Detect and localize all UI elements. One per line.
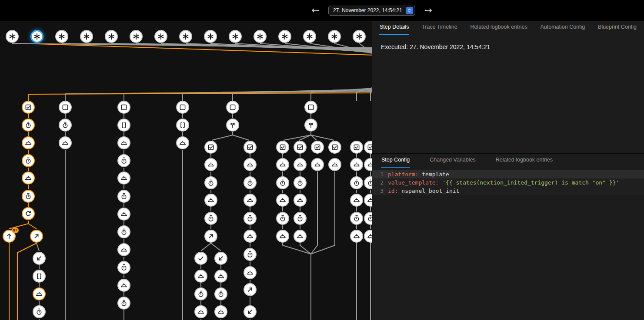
node-dome[interactable] xyxy=(244,194,257,207)
node-square[interactable] xyxy=(117,101,130,114)
tab-related-logbook-entries[interactable]: Related logbook entries xyxy=(495,157,553,168)
node-timer[interactable] xyxy=(244,212,257,225)
node-trigger[interactable] xyxy=(179,30,192,43)
node-timer[interactable] xyxy=(117,225,130,238)
node-timer[interactable] xyxy=(276,212,289,225)
node-arrow-ne[interactable] xyxy=(204,230,217,243)
node-check[interactable] xyxy=(350,141,363,154)
node-trigger[interactable] xyxy=(278,30,291,43)
node-brackets[interactable] xyxy=(33,270,46,283)
node-timer[interactable] xyxy=(204,176,217,189)
node-timer[interactable] xyxy=(244,176,257,189)
node-trigger[interactable] xyxy=(154,30,167,43)
node-dome[interactable] xyxy=(276,194,289,207)
node-arrow-sw[interactable] xyxy=(214,252,227,265)
node-dome[interactable] xyxy=(350,158,363,171)
tab-automation-config[interactable]: Automation Config xyxy=(540,24,585,35)
node-dome[interactable] xyxy=(33,287,46,300)
node-arrow-ne[interactable] xyxy=(244,283,257,296)
node-trigger[interactable] xyxy=(30,30,43,43)
node-timer[interactable] xyxy=(244,248,257,261)
node-dome[interactable] xyxy=(214,305,227,318)
node-dome[interactable] xyxy=(117,208,130,221)
tab-step-details[interactable]: Step Details xyxy=(379,24,409,35)
node-trigger[interactable] xyxy=(229,30,242,43)
node-check[interactable] xyxy=(328,141,341,154)
node-timer[interactable] xyxy=(214,287,227,300)
node-dome[interactable] xyxy=(194,305,207,318)
node-timer[interactable] xyxy=(204,212,217,225)
code-editor[interactable]: 1platform: template2value_template: '{{ … xyxy=(372,170,644,195)
node-timer[interactable] xyxy=(294,176,307,189)
node-dome[interactable] xyxy=(176,136,189,149)
node-check[interactable] xyxy=(311,141,324,154)
node-timer[interactable] xyxy=(117,297,130,310)
tab-related-logbook-entries[interactable]: Related logbook entries xyxy=(470,24,527,35)
node-timer[interactable] xyxy=(22,119,35,132)
node-dome[interactable] xyxy=(117,172,130,185)
node-dome[interactable] xyxy=(350,230,363,243)
node-dome[interactable] xyxy=(117,136,130,149)
node-square[interactable] xyxy=(176,101,189,114)
node-dome[interactable] xyxy=(22,172,35,185)
node-timer[interactable] xyxy=(117,190,130,203)
tab-trace-timeline[interactable]: Trace Timeline xyxy=(421,24,458,35)
node-dome[interactable] xyxy=(214,270,227,283)
node-trigger[interactable] xyxy=(130,30,143,43)
node-timer[interactable] xyxy=(117,261,130,274)
node-dome[interactable] xyxy=(59,136,72,149)
node-timer[interactable] xyxy=(194,287,207,300)
node-trigger[interactable] xyxy=(303,30,316,43)
node-decision[interactable] xyxy=(304,119,317,132)
node-trigger[interactable] xyxy=(254,30,267,43)
node-timer[interactable] xyxy=(59,119,72,132)
node-check[interactable] xyxy=(22,101,35,114)
node-check[interactable] xyxy=(244,141,257,154)
node-arrow-ne[interactable] xyxy=(30,230,43,243)
node-dome[interactable] xyxy=(244,158,257,171)
node-timer[interactable] xyxy=(33,305,46,318)
node-dome[interactable] xyxy=(117,279,130,292)
node-check[interactable] xyxy=(276,141,289,154)
node-arrow-sw[interactable] xyxy=(244,305,257,318)
node-trigger[interactable] xyxy=(6,30,19,43)
node-dome[interactable] xyxy=(244,230,257,243)
node-arrow-sw[interactable] xyxy=(33,252,46,265)
node-dome[interactable] xyxy=(294,194,307,207)
node-timer[interactable] xyxy=(294,212,307,225)
tab-step-config[interactable]: Step Config xyxy=(381,157,410,168)
node-brackets[interactable] xyxy=(117,119,130,132)
node-square[interactable] xyxy=(304,101,317,114)
node-dome[interactable] xyxy=(328,158,341,171)
node-dome[interactable] xyxy=(311,158,324,171)
node-timer[interactable] xyxy=(276,176,289,189)
node-trigger[interactable] xyxy=(105,30,118,43)
node-trigger[interactable] xyxy=(328,30,341,43)
tab-changed-variables[interactable]: Changed Variables xyxy=(429,157,476,168)
node-arrow-up[interactable]: 9+ xyxy=(3,230,16,243)
node-decision[interactable] xyxy=(226,119,239,132)
node-dome[interactable] xyxy=(244,266,257,279)
node-check[interactable] xyxy=(204,141,217,154)
node-trigger[interactable] xyxy=(204,30,217,43)
prev-trace-button[interactable] xyxy=(309,5,320,16)
node-trigger[interactable] xyxy=(55,30,68,43)
node-check[interactable] xyxy=(294,141,307,154)
node-timer[interactable] xyxy=(117,154,130,167)
node-refresh[interactable] xyxy=(22,207,35,220)
next-trace-button[interactable] xyxy=(423,5,434,16)
node-dome[interactable] xyxy=(276,230,289,243)
trace-run-select[interactable]: 27. November 2022, 14:54:21 xyxy=(328,6,415,16)
tab-blueprint-config[interactable]: Blueprint Config xyxy=(597,24,637,35)
node-check-plain[interactable] xyxy=(194,252,207,265)
node-timer[interactable] xyxy=(350,212,363,225)
node-square[interactable] xyxy=(226,101,239,114)
node-brackets[interactable] xyxy=(176,119,189,132)
node-timer[interactable] xyxy=(350,176,363,189)
node-dome[interactable] xyxy=(117,243,130,256)
node-dome[interactable] xyxy=(204,158,217,171)
node-timer[interactable] xyxy=(22,154,35,167)
node-square[interactable] xyxy=(59,101,72,114)
node-dome[interactable] xyxy=(294,230,307,243)
node-timer[interactable] xyxy=(22,190,35,203)
